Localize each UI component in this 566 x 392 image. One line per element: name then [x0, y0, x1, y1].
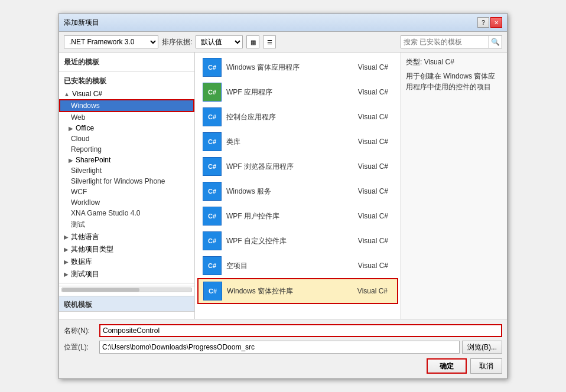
browse-button[interactable]: 浏览(B)... [462, 341, 502, 354]
name-row: 名称(N): [64, 324, 502, 337]
template-type: Visual C# [334, 63, 393, 71]
sidebar-label-cloud: Cloud [71, 135, 89, 143]
template-item[interactable]: C#WPF 用户控件库Visual C# [197, 204, 398, 228]
sidebar-label-silverlight: Silverlight [71, 166, 102, 175]
template-item[interactable]: C#Windows 窗体应用程序Visual C# [197, 55, 398, 80]
template-type: Visual C# [334, 187, 393, 195]
sidebar-label-other-lang: 其他语言 [71, 232, 99, 242]
sidebar-item-visual-csharp[interactable]: ▲ Visual C# [59, 89, 194, 99]
expand-icon-other-lang: ▶ [64, 234, 69, 240]
list-view-button[interactable]: ☰ [263, 35, 276, 48]
dialog-title: 添加新项目 [64, 18, 99, 28]
template-icon: C# [203, 182, 222, 201]
template-type: Visual C# [334, 88, 393, 96]
bottom-area: 名称(N): 位置(L): 浏览(B)... 确定 取消 [59, 319, 507, 378]
template-icon: C# [203, 157, 222, 176]
sidebar-item-office[interactable]: ▶ Office [59, 123, 194, 133]
sidebar-item-sharepoint[interactable]: ▶ SharePoint [59, 155, 194, 165]
sidebar-label-visual-csharp: Visual C# [72, 90, 102, 98]
name-label: 名称(N): [64, 326, 99, 336]
template-name: 空项目 [226, 261, 334, 271]
title-bar: 添加新项目 ? ✕ [59, 14, 507, 32]
template-icon: C# [203, 207, 222, 226]
template-icon: C# [203, 256, 222, 275]
sidebar-item-other-types[interactable]: ▶ 其他项目类型 [59, 243, 194, 256]
sidebar-item-reporting[interactable]: Reporting [59, 144, 194, 155]
template-icon: C# [203, 231, 222, 250]
sidebar-item-xna[interactable]: XNA Game Studio 4.0 [59, 208, 194, 218]
sidebar-item-wcf[interactable]: WCF [59, 187, 194, 197]
template-type: Visual C# [334, 162, 393, 171]
sidebar-item-test-project[interactable]: ▶ 测试项目 [59, 268, 194, 280]
sort-label: 排序依据: [162, 37, 192, 47]
template-name: 控制台应用程序 [226, 112, 334, 122]
sidebar-label-windows: Windows [71, 102, 100, 110]
sidebar-item-workflow[interactable]: Workflow [59, 197, 194, 208]
sidebar-item-database[interactable]: ▶ 数据库 [59, 256, 194, 268]
help-button[interactable]: ? [477, 17, 489, 28]
cancel-button[interactable]: 取消 [470, 358, 502, 374]
template-type: Visual C# [334, 113, 393, 121]
template-type: Visual C# [333, 287, 392, 295]
template-icon: C# [203, 282, 222, 300]
template-name: WPF 自定义控件库 [226, 236, 334, 246]
sidebar-item-cloud[interactable]: Cloud [59, 133, 194, 144]
desc-text: 用于创建在 Windows 窗体应用程序中使用的控件的项目 [406, 71, 502, 92]
template-item[interactable]: C#控制台应用程序Visual C# [197, 104, 398, 129]
template-item[interactable]: C#Windows 服务Visual C# [197, 179, 398, 204]
expand-icon-csharp: ▲ [64, 91, 70, 97]
sidebar-label-xna: XNA Game Studio 4.0 [71, 209, 140, 217]
toolbar: .NET Framework 3.0 排序依据: 默认值 ▦ ☰ 🔍 [59, 32, 507, 53]
template-icon: C# [203, 83, 222, 102]
search-box: 🔍 [401, 35, 502, 48]
sidebar-label-other-types: 其他项目类型 [71, 244, 113, 254]
search-input[interactable] [401, 35, 489, 48]
template-type: Visual C# [334, 237, 393, 245]
online-header[interactable]: 联机模板 [59, 296, 194, 312]
template-name: 类库 [226, 137, 334, 147]
template-item[interactable]: C#WPF 浏览器应用程序Visual C# [197, 154, 398, 179]
main-area: 最近的模板 已安装的模板 ▲ Visual C# Windows Web ▶ O… [59, 53, 507, 319]
sidebar-label-database: 数据库 [71, 257, 92, 267]
template-item[interactable]: C#Windows 窗体控件库Visual C# [197, 278, 398, 304]
separator-1 [59, 71, 194, 71]
sort-select[interactable]: 默认值 [196, 35, 243, 48]
location-input[interactable] [99, 341, 460, 354]
template-name: WPF 应用程序 [226, 87, 334, 97]
framework-select[interactable]: .NET Framework 3.0 [64, 35, 158, 48]
location-label: 位置(L): [64, 342, 99, 352]
template-name: WPF 浏览器应用程序 [226, 162, 334, 172]
close-button[interactable]: ✕ [490, 17, 502, 28]
expand-icon-office: ▶ [69, 125, 73, 132]
description-panel: 类型: Visual C# 用于创建在 Windows 窗体应用程序中使用的控件… [401, 53, 507, 319]
template-type: Visual C# [334, 262, 393, 270]
ok-button[interactable]: 确定 [427, 358, 467, 374]
template-type: Visual C# [334, 212, 393, 220]
installed-header: 已安装的模板 [59, 74, 194, 89]
template-name: Windows 窗体应用程序 [226, 63, 334, 73]
separator-2 [59, 283, 194, 283]
desc-type: 类型: Visual C# [406, 57, 502, 67]
title-buttons: ? ✕ [477, 17, 502, 28]
sidebar-item-web[interactable]: Web [59, 112, 194, 123]
sidebar: 最近的模板 已安装的模板 ▲ Visual C# Windows Web ▶ O… [59, 53, 195, 319]
sidebar-label-sharepoint: SharePoint [76, 156, 110, 164]
sidebar-item-test[interactable]: 测试 [59, 218, 194, 231]
template-item[interactable]: C#类库Visual C# [197, 129, 398, 154]
add-new-project-dialog: 添加新项目 ? ✕ .NET Framework 3.0 排序依据: 默认值 ▦… [58, 13, 508, 379]
sidebar-item-windows[interactable]: Windows [59, 99, 194, 112]
template-item[interactable]: C#WPF 自定义控件库Visual C# [197, 228, 398, 253]
action-row: 确定 取消 [64, 358, 502, 374]
search-button[interactable]: 🔍 [489, 35, 502, 48]
name-input[interactable] [99, 324, 502, 337]
location-row: 位置(L): 浏览(B)... [64, 341, 502, 354]
sidebar-item-other-lang[interactable]: ▶ 其他语言 [59, 231, 194, 243]
sidebar-item-silverlight[interactable]: Silverlight [59, 165, 194, 176]
sidebar-item-silverlight-phone[interactable]: Silverlight for Windows Phone [59, 176, 194, 187]
sidebar-label-office: Office [76, 124, 94, 132]
sidebar-label-workflow: Workflow [71, 198, 100, 207]
template-list: C#Windows 窗体应用程序Visual C#C#WPF 应用程序Visua… [195, 53, 401, 319]
grid-view-button[interactable]: ▦ [246, 35, 259, 48]
template-item[interactable]: C#WPF 应用程序Visual C# [197, 80, 398, 104]
template-item[interactable]: C#空项目Visual C# [197, 253, 398, 278]
